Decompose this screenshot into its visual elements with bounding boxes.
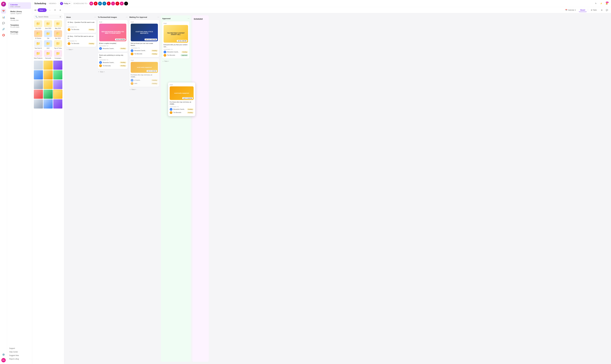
- thumb-4[interactable]: [34, 70, 43, 79]
- nav-messages-icon[interactable]: 💬: [1, 21, 6, 26]
- thumb-5[interactable]: [43, 70, 53, 79]
- refresh-button[interactable]: ↻: [594, 1, 598, 6]
- folder-carousels[interactable]: 📁 Carousels: [44, 50, 53, 59]
- folder-ugc-icon: 📁: [44, 40, 52, 47]
- help-center-link[interactable]: Help Center: [9, 350, 30, 354]
- nav-explore-icon[interactable]: ⭕: [1, 33, 6, 38]
- chat-icon[interactable]: 💬: [605, 8, 609, 12]
- col-approved-title: Approved: [162, 17, 171, 20]
- instagram-platform-icon[interactable]: IG: [89, 2, 93, 5]
- ideas-card-1[interactable]: IG Story - Question Post We want to ask …: [66, 20, 96, 33]
- nav-calendar-icon[interactable]: 📅: [1, 9, 6, 13]
- thumb-1[interactable]: [34, 61, 43, 70]
- thumb-13[interactable]: [34, 99, 43, 108]
- sidebar-item-grids[interactable]: Grids Visually plan: [8, 16, 31, 22]
- approved-assignee-avatar-1b: T: [164, 54, 166, 57]
- review-add-button[interactable]: ＋ New +: [98, 70, 128, 74]
- linkedin-platform-icon[interactable]: in: [98, 2, 102, 5]
- pinterest-platform-icon[interactable]: P: [94, 2, 98, 5]
- linkedin2-platform-icon[interactable]: in: [102, 2, 106, 5]
- folder-may-2022[interactable]: 📁 May 2022: [53, 20, 62, 29]
- support-link[interactable]: Support: [9, 347, 30, 350]
- folder-june-2022[interactable]: 📁 June 2022: [44, 20, 53, 29]
- workspace-pill[interactable]: P Pallyy ▾: [59, 1, 72, 6]
- approved-card-1-assignee-2: T Tim Bennetto Approved: [164, 54, 188, 57]
- platform-icons: IG P in in P + P IG T: [89, 2, 128, 5]
- approval-card-1[interactable]: Draft CUSTOM ANALYTICS REPORTS Jul 15, 9…: [129, 20, 159, 57]
- nav-analytics-icon[interactable]: 📊: [1, 15, 6, 20]
- suggest-idea-link[interactable]: Suggest Idea: [9, 354, 30, 357]
- filter-all-label[interactable]: All: [34, 9, 36, 11]
- approval-add-button[interactable]: ＋ New +: [129, 88, 159, 91]
- thumb-11[interactable]: [43, 90, 53, 99]
- report-bug-link[interactable]: Report a Bug: [9, 357, 30, 361]
- thumb-9[interactable]: [53, 80, 62, 89]
- sidebar-item-media-library[interactable]: Media Library Upload, organize: [8, 9, 31, 16]
- folder-apr-2022[interactable]: 📁 Apr 2022: [53, 30, 62, 39]
- app-logo[interactable]: P: [1, 2, 6, 7]
- folder-carousels-icon: 📁: [44, 50, 52, 57]
- sidebar-item-scheduling[interactable]: Calendar Draft, schedule: [8, 2, 31, 9]
- ideas-card-2[interactable]: IG Story - Poll Post We want to ask our …: [66, 34, 96, 47]
- nav-links-icon[interactable]: 🔗: [1, 27, 6, 31]
- thumb-8[interactable]: [43, 80, 53, 89]
- popup-card[interactable]: Draft social media engagement Jul 17, 9:…: [168, 82, 195, 116]
- viewing-label: VIEWING ›: [49, 3, 57, 4]
- board-settings-icon[interactable]: ⚙: [600, 8, 604, 12]
- col-approved-menu[interactable]: ···: [188, 17, 189, 20]
- table-view-button[interactable]: ⊞ Table: [589, 8, 598, 12]
- thumb-10[interactable]: [34, 90, 43, 99]
- collapse-filter-icon[interactable]: ‹: [48, 8, 52, 12]
- flash-button[interactable]: ⚡: [599, 1, 603, 6]
- platform3-icon[interactable]: P: [116, 2, 119, 5]
- approved-card-1[interactable]: Draft THE PRETTIEST CONTENT DOESN'T SELL…: [162, 21, 189, 59]
- thumb-7[interactable]: [34, 80, 43, 89]
- folder-old[interactable]: 📁 Old: [44, 30, 53, 39]
- user-avatar[interactable]: PG: [1, 358, 6, 362]
- review-card-1[interactable]: Draft NEW INSTAGRAM FEATURES YOU NEED TO…: [98, 20, 128, 52]
- review-card-2[interactable]: Reels auto publishing is coming July 6th…: [98, 53, 128, 69]
- folder-campaigns[interactable]: 📁 Campaigns: [53, 50, 62, 59]
- plus-platform-icon[interactable]: +: [111, 2, 115, 5]
- notifications-button[interactable]: 🔔 50+: [604, 1, 609, 6]
- ideas-add-icon: ＋: [66, 49, 68, 51]
- media-thumbnails: [34, 61, 62, 108]
- approval-card-2[interactable]: Draft social media engagement Jul 17, 9:…: [129, 58, 159, 87]
- platform4-icon[interactable]: IG: [120, 2, 124, 5]
- folder-ugc[interactable]: 📁 UGC: [44, 40, 53, 49]
- approval-assignee-avatar-1b: T: [131, 52, 133, 55]
- board-view-button[interactable]: Board: [579, 8, 587, 12]
- col-ideas-menu[interactable]: ···: [94, 16, 96, 18]
- approval-assignee-name-1b: Tim Bennetto: [134, 53, 142, 55]
- view-toggle-icon[interactable]: 👁: [53, 8, 57, 12]
- thumb-2[interactable]: [43, 61, 53, 70]
- tiktok-platform-icon[interactable]: T: [124, 2, 128, 5]
- new-button[interactable]: New +: [38, 8, 47, 12]
- pinterest2-platform-icon[interactable]: P: [107, 2, 111, 5]
- sidebar-item-templates[interactable]: Templates Pre-set drafts: [8, 23, 31, 29]
- thumb-12[interactable]: [53, 90, 62, 99]
- folder-test-grid[interactable]: 📁 Test Grid #1: [34, 40, 43, 49]
- thumb-14[interactable]: [43, 99, 53, 108]
- col-review-menu[interactable]: ···: [126, 16, 128, 18]
- filter-icon[interactable]: ⊘: [58, 8, 62, 12]
- media-settings-icon[interactable]: ⚙: [60, 16, 61, 18]
- folder-new-features[interactable]: 📁 New Features: [34, 50, 43, 59]
- folder-july-2022[interactable]: 📁 July 2022: [34, 20, 43, 29]
- thumb-3[interactable]: [53, 61, 62, 70]
- ideas-add-button[interactable]: ＋ New +: [66, 48, 96, 51]
- review-assignee-avatar-2a: A: [99, 61, 102, 64]
- approval-assignee-avatar-1a: A: [131, 49, 133, 52]
- approved-add-button[interactable]: ＋ New +: [162, 60, 189, 63]
- calendar-view-button[interactable]: 📅 Calendar ▾: [563, 8, 578, 12]
- folder-tips-tricks[interactable]: 📁 Tips & Tricks: [53, 40, 62, 49]
- approved-status-1b: Approved: [181, 54, 188, 56]
- folder-ig-stories[interactable]: 📁 IG Stories: [34, 30, 43, 39]
- col-approval-menu[interactable]: ···: [158, 16, 159, 18]
- thumb-15[interactable]: [53, 99, 62, 108]
- thumb-6[interactable]: [53, 70, 62, 79]
- nav-settings-icon[interactable]: ⚙️: [1, 352, 6, 357]
- search-input[interactable]: [38, 16, 59, 18]
- workspace-chevron-icon: ▾: [69, 2, 70, 4]
- sidebar-item-hashtags[interactable]: Hashtags Pre-set lists: [8, 29, 31, 36]
